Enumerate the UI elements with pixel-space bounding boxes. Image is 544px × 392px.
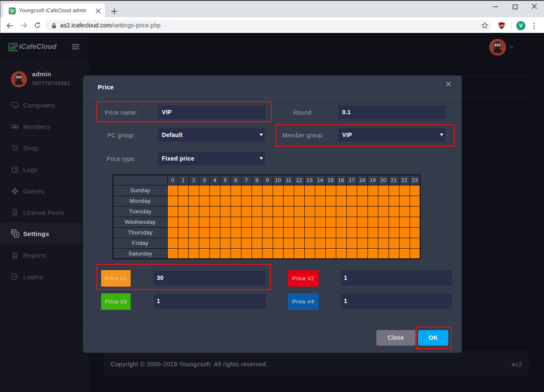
svg-text:uO: uO [499,24,504,27]
